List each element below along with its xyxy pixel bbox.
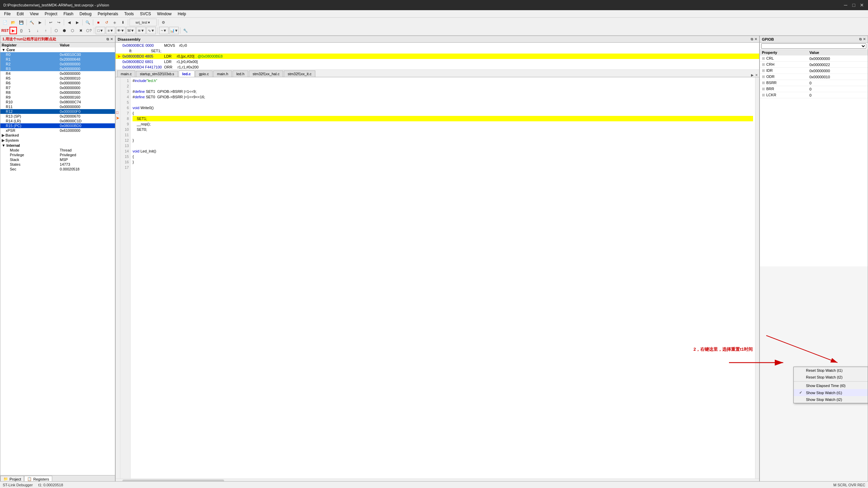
redo-btn[interactable]: ↪ xyxy=(55,19,62,26)
tab-led-c[interactable]: led.c xyxy=(179,70,195,77)
code-line-11 xyxy=(133,132,753,138)
line-num-14: 14 xyxy=(122,148,129,154)
gpiob-float-btn[interactable]: ⧉ xyxy=(859,37,862,41)
menu-help[interactable]: Help xyxy=(175,11,189,17)
sep1 xyxy=(26,19,27,25)
code-line-7: { xyxy=(133,110,753,116)
gpiob-close-btn[interactable]: ✕ xyxy=(863,37,866,41)
menu-peripherals[interactable]: Peripherals xyxy=(95,11,121,17)
gpio-row-crl: ⊞CRL0x00000000 xyxy=(760,56,868,62)
perf-btn[interactable]: 📊▼ xyxy=(169,27,179,34)
save-btn[interactable]: 💾 xyxy=(18,19,25,26)
menu-file[interactable]: File xyxy=(1,11,13,17)
menu-project[interactable]: Project xyxy=(42,11,60,17)
code-line-8: SET1; xyxy=(133,116,753,121)
nav-back-btn[interactable]: ◀ xyxy=(65,19,73,26)
mem-map-btn[interactable]: □▼ xyxy=(96,27,105,34)
reg-group-system[interactable]: ▶ System xyxy=(0,138,115,143)
sep11 xyxy=(180,27,180,34)
line-num-7: 7 xyxy=(122,110,129,116)
open-btn[interactable]: 📂 xyxy=(9,19,17,26)
sep6 xyxy=(128,19,128,25)
no-bp-3 xyxy=(117,59,121,64)
nav-fwd-btn[interactable]: ▶ xyxy=(74,19,81,26)
tabs-scroll-right[interactable]: ▶ xyxy=(751,73,754,77)
tab-led-h[interactable]: led.h xyxy=(233,70,248,77)
close-button[interactable]: ✕ xyxy=(859,2,865,8)
disasm-header: Disassembly ⧉ ✕ xyxy=(116,36,759,43)
minimize-button[interactable]: ─ xyxy=(843,2,848,8)
code-line-12: } xyxy=(133,138,753,143)
code-line-13 xyxy=(133,143,753,148)
step-out-btn[interactable]: ↑ xyxy=(42,27,50,34)
target-select[interactable]: wrj_test▼ xyxy=(130,19,157,26)
debug-run-btn[interactable]: ▶ xyxy=(9,27,17,34)
toolbar-row-2: RST ▶ {} ⤵ ↓ ↑ ⬡ ⬢ ⬡ ✖ ⬡? □▼ ≡▼ 👁▼ M▼ ≋▼… xyxy=(1,26,867,35)
registers-close-btn[interactable]: ✕ xyxy=(110,37,113,41)
logic-btn[interactable]: ∿▼ xyxy=(146,27,156,34)
menu-window[interactable]: Window xyxy=(154,11,174,17)
build-target-btn[interactable]: 🔨 xyxy=(28,19,36,26)
tabs-close[interactable]: ✕ xyxy=(755,73,758,77)
disasm-close-btn[interactable]: ✕ xyxy=(754,37,757,41)
ctx-show-t2[interactable]: Show Stop Watch (t2) xyxy=(794,396,868,403)
line-num-15: 15 xyxy=(122,154,129,159)
ctx-reset-t2[interactable]: Reset Stop Watch (t2) xyxy=(794,374,868,381)
disasm-title: Disassembly xyxy=(118,37,140,41)
sep4 xyxy=(82,19,83,25)
undo-btn[interactable]: ↩ xyxy=(47,19,54,26)
mem-btn[interactable]: M▼ xyxy=(126,27,136,34)
serial-btn[interactable]: ≋▼ xyxy=(136,27,146,34)
disasm-float-btn[interactable]: ⧉ xyxy=(751,37,753,41)
maximize-button[interactable]: □ xyxy=(851,2,856,8)
tab-stm32hal[interactable]: stm32f1xx_hal.c xyxy=(249,70,283,77)
enable-bp-btn[interactable]: ⬢ xyxy=(61,27,68,34)
menu-flash[interactable]: Flash xyxy=(61,11,76,17)
menu-debug[interactable]: Debug xyxy=(77,11,94,17)
tab-gpio-c[interactable]: gpio.c xyxy=(195,70,213,77)
cmd-window-btn[interactable]: ≡▼ xyxy=(106,27,115,34)
disable-bp-btn[interactable]: ⬡ xyxy=(69,27,76,34)
sep8 xyxy=(51,27,51,34)
cond-bp-btn[interactable]: ⬡? xyxy=(85,27,93,34)
code-content[interactable]: #include "led.h"#define SET1 GPIOB->BSRR… xyxy=(131,77,755,479)
gpio-row-lckr: ⊞LCKR0 xyxy=(760,92,868,98)
menu-tools[interactable]: Tools xyxy=(122,11,137,17)
trace-btn[interactable]: ~▼ xyxy=(159,27,169,34)
tab-stm32it[interactable]: stm32f1xx_it.c xyxy=(284,70,315,77)
tools-extra-btn[interactable]: 🔧 xyxy=(182,27,189,34)
ctx-show-elapsed[interactable]: Show Elapsed Time (t0) xyxy=(794,382,868,389)
debug-download-btn[interactable]: ⬇ xyxy=(119,19,126,26)
gpio-row-odr: ⊞ODR0x00000010 xyxy=(760,74,868,80)
step-over-btn[interactable]: ⤵ xyxy=(26,27,33,34)
tab-startup[interactable]: startup_stm32f103xb.s xyxy=(136,71,178,77)
code-scrollbar[interactable] xyxy=(755,77,759,479)
tab-main-c[interactable]: main.c xyxy=(117,70,135,77)
kill-bp-btn[interactable]: ✖ xyxy=(77,27,84,34)
tab-main-h[interactable]: main.h xyxy=(213,70,232,77)
disasm-line-4: 0x08000BD4 F4417100 ORR r1,r1,#0x200 xyxy=(116,64,759,70)
registers-float-btn[interactable]: ⧉ xyxy=(106,37,109,41)
step-into-btn[interactable]: ↓ xyxy=(34,27,41,34)
build-btn[interactable]: ▶ xyxy=(36,19,44,26)
debug-stop-btn[interactable]: ■ xyxy=(95,19,102,26)
menu-edit[interactable]: Edit xyxy=(14,11,26,17)
reset-btn[interactable]: ↺ xyxy=(103,19,110,26)
erase-btn[interactable]: ◈ xyxy=(111,19,118,26)
search-btn[interactable]: 🔍 xyxy=(84,19,92,26)
ctx-show-t1[interactable]: ✓ Show Stop Watch (t1) xyxy=(794,389,868,396)
t1-value: t1: 0.00020518 xyxy=(38,483,63,487)
run-to-cursor[interactable]: {} xyxy=(18,27,25,34)
watch-btn[interactable]: 👁▼ xyxy=(116,27,125,34)
gpiob-dropdown[interactable] xyxy=(761,43,866,49)
reg-group-banked[interactable]: ▶ Banked xyxy=(0,133,115,138)
new-file-btn[interactable]: 📄 xyxy=(1,19,9,26)
insert-bp-btn[interactable]: ⬡ xyxy=(53,27,60,34)
reg-row-r9: R90x00000160 xyxy=(0,95,115,100)
reg-group-internal[interactable]: ▼ Internal xyxy=(0,143,115,148)
ctx-reset-t1[interactable]: Reset Stop Watch (t1) xyxy=(794,367,868,374)
menu-svcs[interactable]: SVCS xyxy=(137,11,154,17)
reset-debug-btn[interactable]: RST xyxy=(1,27,9,34)
menu-view[interactable]: View xyxy=(27,11,41,17)
settings-btn[interactable]: ⚙ xyxy=(160,19,167,26)
